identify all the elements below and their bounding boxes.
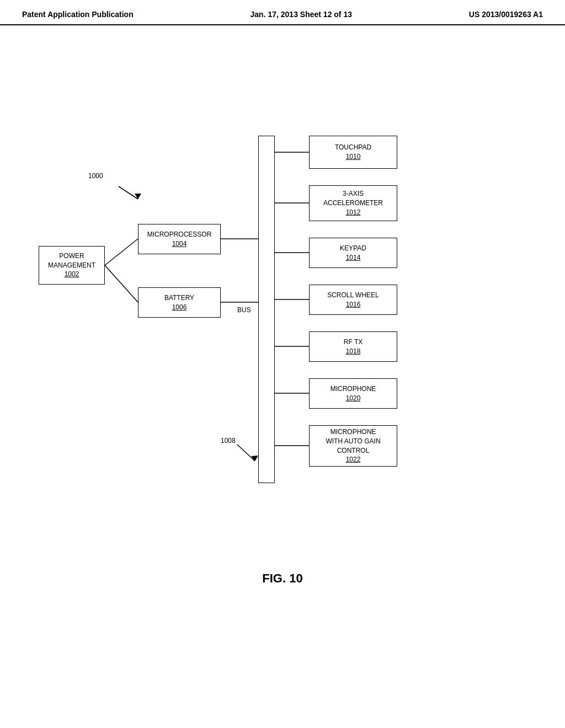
box-power-management-title: POWERMANAGEMENT [48, 251, 95, 270]
box-accelerometer: 3-AXISACCELEROMETER 1012 [309, 185, 397, 221]
box-accelerometer-title: 3-AXISACCELEROMETER [323, 189, 383, 208]
box-keypad: KEYPAD 1014 [309, 238, 397, 268]
box-microphone-num: 1020 [346, 394, 361, 403]
svg-line-2 [105, 239, 138, 265]
header-center: Jan. 17, 2013 Sheet 12 of 13 [250, 10, 352, 19]
bus-bar [258, 136, 275, 483]
svg-line-13 [237, 445, 255, 461]
svg-line-0 [119, 186, 138, 199]
box-scroll-wheel-num: 1016 [346, 300, 361, 309]
system-label-1000: 1000 [88, 172, 103, 181]
label-1008: 1008 [221, 436, 236, 446]
header-right: US 2013/0019263 A1 [469, 10, 543, 19]
box-touchpad: TOUCHPAD 1010 [309, 136, 397, 169]
box-touchpad-num: 1010 [346, 152, 361, 162]
svg-line-3 [105, 265, 138, 302]
box-mic-agc-num: 1022 [346, 455, 361, 464]
svg-marker-1 [135, 194, 141, 199]
box-rf-tx-title: RF TX [344, 338, 363, 347]
fig-caption: FIG. 10 [0, 571, 565, 586]
box-mic-agc-title: MICROPHONEWITH AUTO GAINCONTROL [326, 427, 380, 455]
box-rf-tx: RF TX 1018 [309, 331, 397, 362]
box-touchpad-title: TOUCHPAD [335, 143, 371, 152]
header-left: Patent Application Publication [22, 10, 134, 19]
svg-marker-14 [251, 456, 258, 461]
box-scroll-wheel: SCROLL WHEEL 1016 [309, 285, 397, 315]
box-battery-num: 1006 [172, 303, 187, 312]
box-accelerometer-num: 1012 [346, 208, 361, 217]
box-microprocessor-title: MICROPROCESSOR [147, 230, 212, 239]
box-power-management: POWERMANAGEMENT 1002 [39, 246, 105, 285]
box-keypad-num: 1014 [346, 253, 361, 263]
box-rf-tx-num: 1018 [346, 347, 361, 356]
box-keypad-title: KEYPAD [340, 244, 366, 253]
bus-label: BUS [237, 306, 251, 315]
box-battery-title: BATTERY [164, 293, 194, 303]
connections-svg [0, 42, 565, 566]
box-microphone: MICROPHONE 1020 [309, 378, 397, 409]
box-microprocessor-num: 1004 [172, 239, 187, 249]
diagram-area: 1000 POWERMANAGEMENT 1002 MICROPROCESSOR… [0, 42, 565, 566]
box-power-management-num: 1002 [65, 270, 79, 279]
box-mic-agc: MICROPHONEWITH AUTO GAINCONTROL 1022 [309, 425, 397, 467]
box-scroll-wheel-title: SCROLL WHEEL [327, 291, 379, 300]
box-microphone-title: MICROPHONE [331, 384, 376, 394]
box-microprocessor: MICROPROCESSOR 1004 [138, 224, 221, 254]
box-battery: BATTERY 1006 [138, 287, 221, 318]
page-header: Patent Application Publication Jan. 17, … [0, 0, 565, 25]
